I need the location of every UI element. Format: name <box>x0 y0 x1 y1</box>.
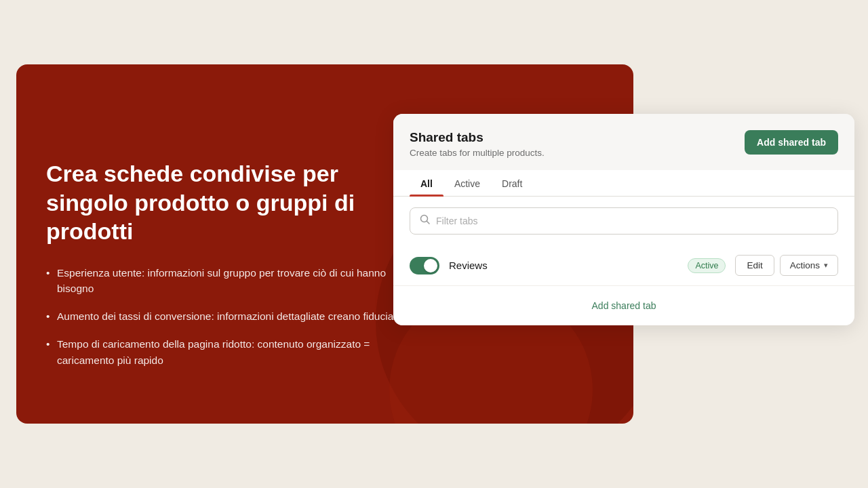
tab-item-row: Reviews Active Edit Actions ▾ <box>393 245 854 286</box>
panel-header: Shared tabs Create tabs for multiple pro… <box>393 114 854 170</box>
chevron-down-icon: ▾ <box>824 261 828 270</box>
red-card-bullet: Aumento dei tassi di conversione: inform… <box>46 308 412 324</box>
shared-tabs-panel: Shared tabs Create tabs for multiple pro… <box>393 114 854 325</box>
tab-draft[interactable]: Draft <box>491 170 533 196</box>
search-area <box>393 197 854 245</box>
red-card-bullet: Esperienza utente: informazioni sul grup… <box>46 265 412 297</box>
page-wrapper: Crea schede condivise per singolo prodot… <box>0 0 868 488</box>
search-icon <box>420 214 431 228</box>
red-card-bullets: Esperienza utente: informazioni sul grup… <box>46 265 412 368</box>
tab-all[interactable]: All <box>410 170 443 196</box>
search-box <box>410 207 838 235</box>
actions-button[interactable]: Actions ▾ <box>780 255 838 276</box>
panel-title-group: Shared tabs Create tabs for multiple pro… <box>410 130 545 158</box>
tab-active[interactable]: Active <box>443 170 491 196</box>
add-shared-tab-button[interactable]: Add shared tab <box>745 130 838 155</box>
red-card-bullet: Tempo di caricamento della pagina ridott… <box>46 336 412 368</box>
toggle-reviews[interactable] <box>410 257 439 274</box>
add-shared-tab-link-row: Add shared tab <box>393 286 854 325</box>
panel-subtitle: Create tabs for multiple products. <box>410 148 545 158</box>
actions-label: Actions <box>790 260 820 270</box>
item-actions: Edit Actions ▾ <box>735 255 838 276</box>
search-input[interactable] <box>436 216 828 226</box>
panel-title: Shared tabs <box>410 130 545 145</box>
svg-line-1 <box>427 222 430 224</box>
red-card-title: Crea schede condivise per singolo prodot… <box>46 159 412 246</box>
add-shared-tab-link[interactable]: Add shared tab <box>592 300 656 311</box>
edit-button[interactable]: Edit <box>735 255 774 276</box>
tab-item-name: Reviews <box>449 260 678 271</box>
tabs-row: All Active Draft <box>393 170 854 197</box>
toggle-knob <box>424 259 437 272</box>
status-badge: Active <box>688 258 726 273</box>
